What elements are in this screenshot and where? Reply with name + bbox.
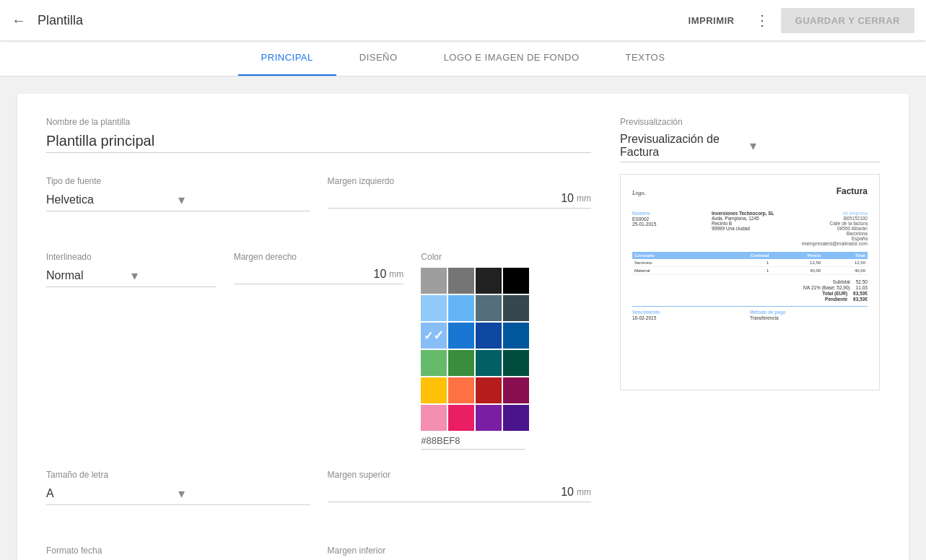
row-spacing-margin-color: Interlineado Normal ▾ Margen derecho mm <box>46 252 591 450</box>
item-qty: 1 <box>704 267 771 275</box>
iva-line: IVA 21% (Base: 52,90) 11,03 <box>632 285 868 290</box>
header-actions: IMPRIMIR ⋮ GUARDAR Y CERRAR <box>680 8 914 33</box>
line-spacing-select[interactable]: Normal ▾ <box>46 265 217 287</box>
margin-top-input-group: mm <box>328 483 592 502</box>
font-type-select[interactable]: Helvetica ▾ <box>46 189 310 211</box>
item-total: 40,00 <box>823 267 868 275</box>
tab-bar: PRINCIPAL DISEÑO LOGO E IMAGEN DE FONDO … <box>0 40 926 76</box>
row-dateformat-margin-bottom: Formato fecha 31-12-2015 ▾ Margen inferi… <box>46 546 591 560</box>
color-swatch[interactable] <box>448 350 474 376</box>
margin-top-input[interactable] <box>328 486 575 499</box>
preview-select[interactable]: Previsualización de Factura ▾ <box>620 130 880 162</box>
color-swatch[interactable] <box>476 268 502 294</box>
font-size-value: A <box>46 487 178 500</box>
invoice-preview: Logo. Factura Número ES0002 25-01-2015 I… <box>620 174 880 390</box>
company-name: Mi empresa <box>791 211 868 216</box>
payment-col: Método de pago Transferencia <box>750 310 868 320</box>
color-swatch[interactable] <box>448 323 474 349</box>
font-size-arrow-icon: ▾ <box>178 486 310 502</box>
iva-label: IVA 21% (Base: 52,90) <box>803 285 849 290</box>
margin-right-field: Margen derecho mm <box>234 252 404 429</box>
item-price: 40,00 <box>771 267 823 275</box>
invoice-totals: Subtotal 52,50 IVA 21% (Base: 52,90) 11,… <box>632 279 868 302</box>
date-format-field: Formato fecha 31-12-2015 ▾ <box>46 546 310 560</box>
line-spacing-value: Normal <box>46 269 131 282</box>
font-size-label: Tamaño de letra <box>46 470 310 480</box>
invoice-logo: Logo. <box>632 186 645 205</box>
color-swatch[interactable] <box>421 405 447 431</box>
invoice-footer: Vencimiento 16-02-2015 Método de pago Tr… <box>632 306 868 320</box>
row-fontsize-margin-top: Tamaño de letra A ▾ Margen superior mm <box>46 470 591 525</box>
margin-top-field: Margen superior mm <box>328 470 592 505</box>
price-header: Precio <box>771 252 823 259</box>
back-button[interactable]: ← <box>12 12 26 29</box>
color-swatch[interactable] <box>448 268 474 294</box>
row-font-margin-left: Tipo de fuente Helvetica ▾ Margen izquie… <box>46 176 591 232</box>
payment-label: Método de pago <box>750 310 868 315</box>
margin-bottom-label: Margen inferior <box>328 546 592 556</box>
color-swatch[interactable] <box>503 295 529 321</box>
color-swatch[interactable] <box>476 323 502 349</box>
pending-label: Pendiente <box>825 297 847 302</box>
date-format-label: Formato fecha <box>46 546 310 556</box>
logo-text: Logo <box>632 190 644 196</box>
more-options-button[interactable]: ⋮ <box>749 9 775 32</box>
invoice-item-row: Material140,0040,00 <box>632 267 868 275</box>
invoice-number-col: Número ES0002 25-01-2015 <box>632 211 709 246</box>
color-swatch[interactable] <box>421 295 447 321</box>
preview-select-arrow-icon: ▾ <box>750 138 880 154</box>
page-title: Plantilla <box>38 13 680 28</box>
margin-top-label: Margen superior <box>328 470 592 480</box>
color-swatch[interactable] <box>503 323 529 349</box>
color-swatch[interactable] <box>448 295 474 321</box>
color-swatch[interactable] <box>503 405 529 431</box>
invoice-table: Concepto Cantidad Precio Total Servicios… <box>632 252 868 275</box>
client-name: Inversiones Technocorp, SL <box>712 211 788 216</box>
item-concept: Servicios <box>632 259 704 267</box>
color-swatch[interactable] <box>448 377 474 403</box>
color-swatch[interactable] <box>421 377 447 403</box>
template-name-input[interactable] <box>46 130 591 153</box>
color-swatch[interactable] <box>503 377 529 403</box>
font-size-select[interactable]: A ▾ <box>46 483 310 505</box>
margin-left-field: Margen izquierdo mm <box>328 176 592 211</box>
font-type-label: Tipo de fuente <box>46 176 310 186</box>
color-swatch[interactable] <box>476 405 502 431</box>
font-size-field: Tamaño de letra A ▾ <box>46 470 310 505</box>
save-close-button[interactable]: GUARDAR Y CERRAR <box>781 8 914 33</box>
item-price: 12,50 <box>771 259 823 267</box>
item-total: 12,50 <box>823 259 868 267</box>
color-swatch[interactable] <box>476 350 502 376</box>
pending-value: 63,53€ <box>853 297 868 302</box>
font-type-field: Tipo de fuente Helvetica ▾ <box>46 176 310 211</box>
color-swatch[interactable] <box>421 268 447 294</box>
color-swatch[interactable] <box>503 268 529 294</box>
color-swatch[interactable] <box>503 350 529 376</box>
color-swatch[interactable] <box>448 405 474 431</box>
tab-diseno[interactable]: DISEÑO <box>336 40 421 76</box>
tab-principal[interactable]: PRINCIPAL <box>238 40 336 76</box>
two-column-layout: Nombre de la plantilla Tipo de fuente He… <box>46 117 880 560</box>
color-label: Color <box>421 252 591 262</box>
template-name-section: Nombre de la plantilla <box>46 117 591 153</box>
margin-right-input[interactable] <box>234 268 387 281</box>
tab-logo[interactable]: LOGO E IMAGEN DE FONDO <box>421 40 603 76</box>
margin-right-input-group: mm <box>234 265 404 284</box>
header: ← Plantilla IMPRIMIR ⋮ GUARDAR Y CERRAR <box>0 0 926 40</box>
color-swatch[interactable] <box>476 295 502 321</box>
tab-textos[interactable]: TEXTOS <box>603 40 689 76</box>
color-section: Color ✓ #88BEF8 <box>421 252 591 450</box>
invoice-item-row: Servicios112,5012,50 <box>632 259 868 267</box>
qty-header: Cantidad <box>704 252 771 259</box>
due-date-label: Vencimiento <box>632 310 750 315</box>
margin-left-input[interactable] <box>328 192 575 205</box>
date-value: 25-01-2015 <box>632 222 709 227</box>
print-button[interactable]: IMPRIMIR <box>680 9 743 32</box>
margin-left-unit: mm <box>577 193 591 204</box>
margin-left-input-group: mm <box>328 189 592 209</box>
color-swatch[interactable] <box>421 350 447 376</box>
color-swatch[interactable] <box>476 377 502 403</box>
client-address: Avda. Pamplona, 1245Recinto B99999 Una c… <box>712 216 788 231</box>
color-swatch[interactable]: ✓ <box>421 323 447 349</box>
invoice-items: Servicios112,5012,50Material140,0040,00 <box>632 259 868 275</box>
